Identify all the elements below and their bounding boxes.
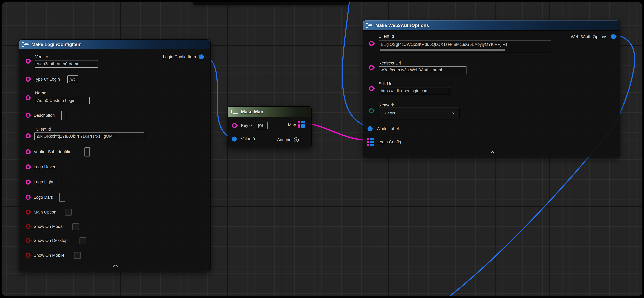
output-pin-label: Login Config Item — [134, 54, 196, 60]
pin-label-verifier: Verifier — [35, 54, 48, 60]
pin-login-config[interactable] — [367, 138, 374, 146]
make-struct-icon — [22, 41, 29, 48]
pin-label-login-config: Login Config — [378, 139, 401, 145]
logo-hover-field[interactable] — [63, 163, 69, 171]
pin-main-option[interactable] — [26, 210, 30, 214]
output-pin-web3auth-options[interactable] — [611, 34, 616, 39]
add-pin-label: Add pin — [277, 137, 292, 142]
output-pin-login-config-item[interactable] — [199, 54, 204, 60]
pin-show-on-modal[interactable] — [26, 224, 30, 229]
pin-label-logo-hover: Logo Hover — [34, 164, 56, 170]
pin-verifier-sub-identifier[interactable] — [26, 149, 30, 154]
node-header[interactable]: Make Map — [228, 106, 312, 117]
node-title: Make Web3AuthOptions — [375, 23, 429, 28]
pin-type-of-login[interactable] — [26, 77, 30, 82]
show-on-desktop-checkbox[interactable] — [80, 237, 86, 244]
pin-label-redirect-url: Redirect Url — [378, 60, 401, 66]
pin-white-label[interactable] — [368, 126, 372, 131]
client-id-field[interactable]: 294QRkchfq2YaXUbPri7D6PH7xzHgQMT — [34, 132, 144, 140]
output-pin-map[interactable] — [298, 121, 305, 128]
output-pin-label: Web 3Auth Options — [542, 34, 607, 40]
show-on-modal-checkbox[interactable] — [72, 223, 79, 230]
network-dropdown-value: CYAN — [385, 111, 395, 115]
pin-name[interactable] — [26, 95, 30, 100]
network-dropdown[interactable]: CYAN — [378, 107, 460, 119]
pin-logo-light[interactable] — [26, 180, 30, 184]
pin-show-on-desktop[interactable] — [26, 238, 30, 243]
collapse-chevron-icon — [490, 151, 494, 154]
blueprint-canvas[interactable]: Make LoginConfigItem Login Config Item V… — [2, 2, 642, 296]
pin-sdk-url[interactable] — [369, 86, 374, 91]
pin-label-logo-light: Logo Light — [34, 180, 53, 185]
chevron-down-icon — [452, 112, 456, 114]
node-make-loginconfigitem[interactable]: Make LoginConfigItem Login Config Item V… — [19, 40, 210, 271]
pin-label-logo-dark: Logo Dark — [34, 195, 53, 200]
pin-label-verifier-sub-identifier: Verifier Sub Identifier — [34, 149, 73, 154]
node-header[interactable]: Make Web3AuthOptions — [363, 20, 620, 31]
logo-dark-field[interactable] — [59, 193, 65, 202]
pin-label-show-on-mobile: Show On Mobile — [34, 253, 64, 258]
pin-value-0[interactable] — [232, 136, 237, 142]
pin-label-description: Description — [34, 113, 55, 118]
key-0-field[interactable]: jwt — [256, 122, 268, 129]
collapse-node-button[interactable] — [110, 263, 121, 268]
offscreen-node-bottom-edge — [193, 2, 349, 5]
pin-logo-dark[interactable] — [26, 195, 30, 200]
pin-label-key-0: Key 0 — [241, 123, 252, 128]
verifier-sub-identifier-field[interactable] — [84, 148, 90, 156]
pin-network[interactable] — [369, 108, 374, 113]
pin-logo-hover[interactable] — [26, 164, 30, 170]
node-header[interactable]: Make LoginConfigItem — [19, 40, 210, 50]
make-struct-icon — [366, 22, 373, 28]
pin-client-id[interactable] — [369, 41, 374, 46]
redirect-url-field[interactable]: w3a://com.w3a.Web3AuthUnreal — [378, 66, 466, 74]
sdk-url-field[interactable]: https://sdk.openlogin.com — [378, 87, 450, 95]
pin-label-name: Name — [35, 90, 46, 96]
pin-redirect-url[interactable] — [369, 65, 374, 70]
node-make-web3authoptions[interactable]: Make Web3AuthOptions Web 3Auth Options C… — [363, 20, 620, 157]
logo-light-field[interactable] — [61, 178, 67, 186]
pin-label-show-on-modal: Show On Modal — [34, 224, 64, 229]
add-pin-plus-icon — [294, 137, 299, 142]
collapse-chevron-icon — [113, 264, 118, 267]
pin-description[interactable] — [26, 113, 30, 118]
add-pin-button[interactable]: Add pin — [277, 137, 299, 142]
verifier-field[interactable]: web3auth-auth0-demo — [35, 60, 98, 68]
pin-label-map: Map — [279, 122, 296, 128]
pin-label-white-label: White Label — [376, 126, 399, 132]
pin-key-0[interactable] — [232, 123, 237, 128]
pin-label-sdk-url: Sdk Url — [378, 81, 392, 86]
wire-map-to-loginconfig[interactable] — [305, 123, 366, 140]
pin-verifier[interactable] — [26, 58, 30, 64]
description-field[interactable] — [62, 111, 66, 120]
pin-label-client-id: Client Id — [36, 126, 51, 132]
pin-show-on-mobile[interactable] — [26, 253, 30, 258]
node-make-map[interactable]: Make Map Key 0 jwt Map Value 0 Add pin — [228, 106, 312, 148]
collapse-node-button[interactable] — [487, 150, 498, 155]
pin-label-type-of-login: Type Of Login — [34, 76, 60, 82]
client-id-field-scrollbar[interactable] — [380, 49, 505, 52]
node-title: Make Map — [241, 109, 263, 114]
pin-label-value-0: Value 0 — [241, 136, 255, 142]
pin-label-main-option: Main Option — [34, 210, 56, 215]
main-option-checkbox[interactable] — [65, 209, 72, 216]
type-of-login-field[interactable]: jwt — [67, 76, 78, 83]
pin-label-show-on-desktop: Show On Desktop — [34, 238, 68, 243]
pin-client-id[interactable] — [26, 134, 30, 138]
name-field[interactable]: Auth0 Custom Login — [35, 97, 90, 104]
pin-label-client-id: Client Id — [378, 34, 394, 39]
node-title: Make LoginConfigItem — [32, 42, 82, 47]
make-map-icon — [231, 109, 239, 115]
show-on-mobile-checkbox[interactable] — [74, 252, 81, 259]
